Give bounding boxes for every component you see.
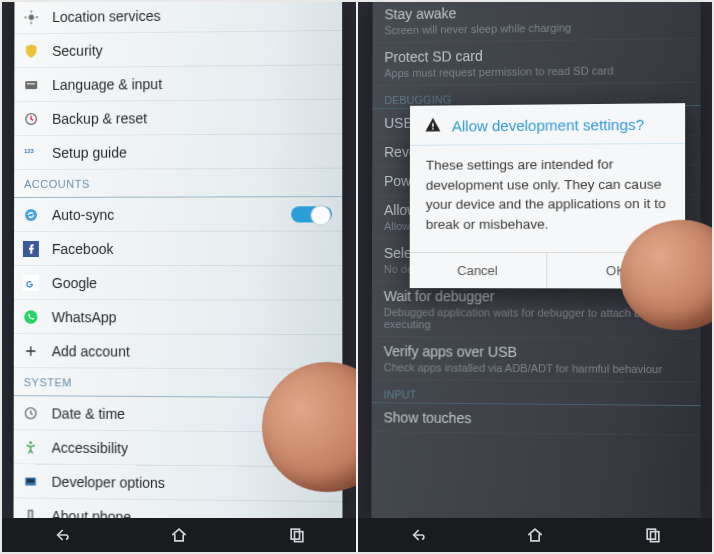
dev-row-protectsd[interactable]: Protect SD card Apps must request permis… (372, 39, 700, 86)
svg-rect-2 (27, 83, 29, 84)
settings-item-backup[interactable]: Backup & reset (14, 100, 342, 136)
settings-item-location[interactable]: Location services (14, 2, 342, 34)
settings-item-label: Setup guide (52, 144, 127, 160)
whatsapp-icon (22, 308, 40, 326)
setup-icon: 123 (22, 143, 40, 161)
svg-point-7 (25, 208, 37, 220)
nav-back-icon[interactable] (405, 523, 429, 547)
nav-back-icon[interactable] (49, 523, 73, 547)
svg-rect-20 (432, 128, 433, 130)
google-icon (22, 274, 40, 292)
settings-item-whatsapp[interactable]: WhatsApp (14, 300, 342, 335)
dev-row-stayawake[interactable]: Stay awake Screen will never sleep while… (373, 2, 701, 43)
left-screenshot: Location services Security Language & in… (2, 2, 356, 552)
security-icon (22, 42, 40, 60)
add-icon (22, 342, 40, 360)
dev-row-sub: Screen will never sleep while charging (384, 20, 688, 37)
settings-item-label: Google (52, 275, 97, 291)
settings-item-label: Facebook (52, 240, 114, 256)
settings-item-label: Language & input (52, 75, 162, 92)
dialog-cancel-button[interactable]: Cancel (410, 253, 546, 288)
svg-rect-14 (27, 478, 35, 482)
right-screenshot: Stay awake Screen will never sleep while… (358, 2, 712, 552)
dialog-title: Allow development settings? (452, 116, 644, 135)
settings-item-label: Security (52, 42, 103, 58)
developer-icon (22, 472, 40, 490)
svg-rect-4 (33, 83, 35, 84)
dev-row-sub: Apps must request permission to read SD … (384, 63, 688, 79)
language-icon (22, 76, 40, 94)
dev-row-title: Protect SD card (384, 45, 688, 65)
accessibility-icon (22, 438, 40, 456)
dialog-title-row: Allow development settings? (410, 103, 685, 146)
svg-rect-1 (25, 81, 37, 89)
dev-row[interactable]: Show touches (372, 403, 701, 436)
settings-item-add-account[interactable]: Add account (14, 334, 343, 370)
settings-item-label: Auto-sync (52, 206, 114, 222)
backup-icon (22, 110, 40, 128)
facebook-icon (22, 239, 40, 257)
settings-item-label: Location services (52, 7, 160, 24)
dev-row-title: Stay awake (384, 2, 688, 22)
svg-rect-21 (647, 529, 655, 539)
settings-item-security[interactable]: Security (14, 31, 342, 68)
nav-home-icon[interactable] (523, 523, 547, 547)
android-navbar (2, 518, 356, 552)
settings-item-label: Add account (52, 343, 130, 359)
svg-rect-22 (651, 532, 659, 542)
nav-home-icon[interactable] (167, 523, 191, 547)
settings-item-autosync[interactable]: Auto-sync (14, 197, 342, 232)
settings-item-label: Developer options (52, 473, 165, 490)
location-icon (22, 8, 40, 26)
nav-recent-icon[interactable] (641, 523, 665, 547)
settings-item-label: Backup & reset (52, 110, 147, 127)
accounts-header: ACCOUNTS (14, 169, 342, 198)
svg-rect-9 (23, 275, 39, 291)
settings-item-google[interactable]: Google (14, 266, 342, 301)
settings-item-label: Accessibility (52, 439, 129, 456)
settings-item-setup[interactable]: 123 Setup guide (14, 134, 342, 170)
autosync-toggle[interactable] (291, 206, 332, 222)
svg-rect-19 (432, 123, 434, 127)
svg-point-12 (29, 441, 32, 444)
settings-item-label: Date & time (52, 405, 125, 422)
svg-rect-3 (30, 83, 32, 84)
settings-item-facebook[interactable]: Facebook (14, 232, 342, 267)
dev-row[interactable]: Verify apps over USB Check apps installe… (372, 337, 701, 383)
input-header: INPUT (372, 380, 701, 406)
warning-icon (424, 116, 442, 137)
svg-point-10 (24, 310, 37, 323)
settings-item-language[interactable]: Language & input (14, 65, 342, 102)
settings-item-label: WhatsApp (52, 309, 117, 325)
android-navbar (358, 518, 712, 552)
datetime-icon (22, 404, 40, 422)
autosync-icon (22, 205, 40, 223)
svg-text:123: 123 (24, 147, 34, 153)
svg-point-0 (29, 14, 34, 19)
nav-recent-icon[interactable] (285, 523, 309, 547)
